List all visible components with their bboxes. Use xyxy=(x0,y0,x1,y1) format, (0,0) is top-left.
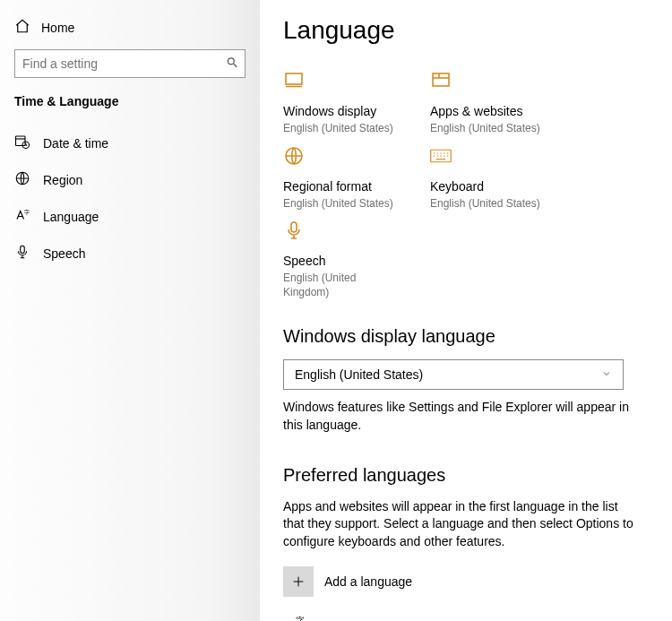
sidebar-item-speech[interactable]: Speech xyxy=(0,235,260,272)
sidebar-item-label: Region xyxy=(43,173,82,187)
svg-text:字: 字 xyxy=(24,209,30,215)
language-item-en-us[interactable]: A字 English (United States) A字 xyxy=(283,611,654,621)
add-language-button[interactable]: Add a language xyxy=(283,566,654,597)
svg-rect-28 xyxy=(291,222,297,232)
sidebar-item-label: Date & time xyxy=(43,136,108,151)
add-language-label: Add a language xyxy=(324,574,412,589)
dropdown-value: English (United States) xyxy=(295,367,423,382)
globe-region-icon xyxy=(283,145,400,170)
calendar-clock-icon xyxy=(14,134,30,152)
tile-sub: English (United States) xyxy=(283,197,400,211)
tile-sub: English (United Kingdom) xyxy=(283,272,400,299)
svg-line-6 xyxy=(26,145,28,146)
svg-rect-10 xyxy=(286,73,302,84)
tile-title: Apps & websites xyxy=(430,104,547,118)
tile-title: Windows display xyxy=(283,104,400,118)
preferred-languages-heading: Preferred languages xyxy=(283,465,654,486)
svg-rect-2 xyxy=(16,136,26,146)
section-title: Time & Language xyxy=(0,94,260,125)
page-title: Language xyxy=(283,16,654,45)
window-icon xyxy=(430,70,547,95)
tile-speech[interactable]: Speech English (United Kingdom) xyxy=(283,220,400,299)
display-language-desc: Windows features like Settings and File … xyxy=(283,399,642,434)
tile-title: Keyboard xyxy=(430,179,547,194)
microphone-icon xyxy=(283,220,400,245)
tile-keyboard[interactable]: Keyboard English (United States) xyxy=(430,145,547,211)
sidebar-item-label: Language xyxy=(43,210,99,224)
tile-sub: English (United States) xyxy=(283,122,400,136)
display-language-dropdown[interactable]: English (United States) xyxy=(283,359,624,390)
search-input[interactable] xyxy=(14,49,246,78)
home-link[interactable]: Home xyxy=(0,13,260,49)
display-language-heading: Windows display language xyxy=(283,326,654,347)
sidebar-item-region[interactable]: Region xyxy=(0,161,260,198)
home-icon xyxy=(14,18,30,37)
tile-windows-display[interactable]: Windows display English (United States) xyxy=(283,70,400,136)
home-label: Home xyxy=(41,21,74,35)
sidebar-item-language[interactable]: 字 Language xyxy=(0,198,260,235)
preferred-languages-desc: Apps and websites will appear in the fir… xyxy=(283,498,642,551)
svg-rect-12 xyxy=(433,73,449,86)
main-content: Language Windows display English (United… xyxy=(260,0,672,621)
sidebar-item-date-time[interactable]: Date & time xyxy=(0,125,260,161)
sidebar: Home Time & Language Date & time Region … xyxy=(0,0,260,621)
keyboard-icon xyxy=(430,145,547,170)
language-tiles: Windows display English (United States) … xyxy=(283,70,654,299)
sidebar-item-label: Speech xyxy=(43,246,85,261)
svg-rect-9 xyxy=(21,246,25,253)
tile-title: Speech xyxy=(283,254,400,268)
tile-apps-websites[interactable]: Apps & websites English (United States) xyxy=(430,70,547,136)
globe-icon xyxy=(14,170,30,189)
language-icon: 字 xyxy=(14,207,30,226)
tile-title: Regional format xyxy=(283,179,400,194)
search-field[interactable] xyxy=(14,49,246,78)
monitor-icon xyxy=(283,70,400,95)
chevron-down-icon xyxy=(601,367,612,382)
tile-sub: English (United States) xyxy=(430,122,547,136)
plus-icon xyxy=(283,566,314,597)
tile-sub: English (United States) xyxy=(430,197,547,211)
tile-regional-format[interactable]: Regional format English (United States) xyxy=(283,145,400,211)
microphone-icon xyxy=(14,244,30,263)
